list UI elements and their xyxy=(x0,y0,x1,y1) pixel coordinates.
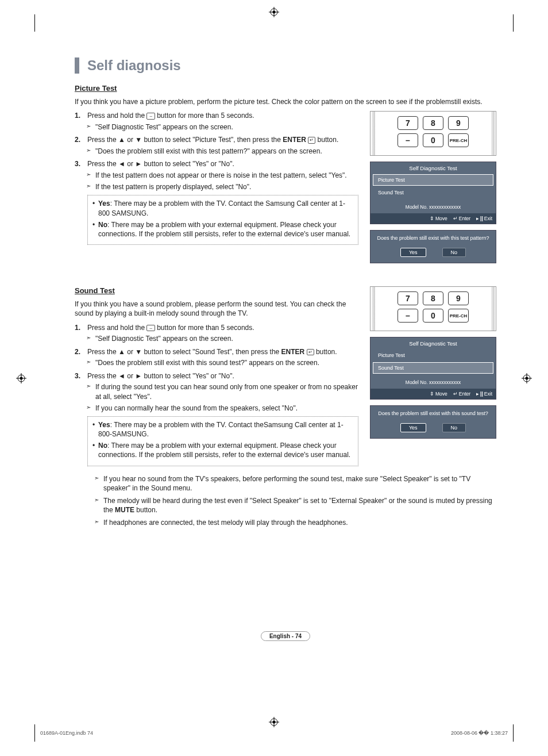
dialog-no: No xyxy=(442,248,466,257)
dialog-question: Does the problem still exist with this s… xyxy=(374,410,492,416)
remote-prech: PRE-CH xyxy=(448,309,469,323)
sound-note2: The melody will be heard during the test… xyxy=(95,496,496,515)
osd-nav: ⇕ Move ↵ Enter ▸|| Exit xyxy=(371,213,496,224)
osd-nav: ⇕ Move ↵ Enter ▸|| Exit xyxy=(371,389,496,399)
registration-mark-icon xyxy=(16,373,26,383)
yes-no-box: Yes: There may be a problem with the TV.… xyxy=(87,195,358,245)
sound-no-bullet: No: There may be a problem with your ext… xyxy=(92,441,353,459)
remote-9: 9 xyxy=(448,116,469,130)
step3-sub2: If the test pattern is properly displaye… xyxy=(87,182,358,191)
nav-enter: ↵ Enter xyxy=(453,391,470,397)
sound-yes-bullet: Yes: There may be a problem with the TV.… xyxy=(92,420,353,439)
remote-9: 9 xyxy=(448,291,469,305)
nav-exit: ▸|| Exit xyxy=(476,391,492,397)
dialog-no: No xyxy=(442,423,466,432)
step-3: 3. Press the ◄ or ► button to select "Ye… xyxy=(75,159,358,245)
remote-0: 0 xyxy=(423,133,443,147)
sound-test-heading: Sound Test xyxy=(75,286,358,295)
sound-yes-no-box: Yes: There may be a problem with the TV.… xyxy=(87,416,358,466)
dialog-yes: Yes xyxy=(400,248,426,257)
enter-label: ENTER xyxy=(283,136,306,144)
nav-move: ⇕ Move xyxy=(430,216,447,221)
page-footer: English - 74 xyxy=(75,631,496,641)
sound-step3-sub1: If during the sound test you can hear so… xyxy=(87,382,358,401)
osd-sound-test: Sound Test xyxy=(373,362,493,374)
osd-model: Model No. xxxxxxxxxxxxx xyxy=(371,199,496,213)
dialog-yes: Yes xyxy=(400,423,426,432)
remote-prech: PRE-CH xyxy=(448,133,469,147)
sound-test-section: Sound Test If you think you have a sound… xyxy=(75,286,496,527)
step2-sub: "Does the problem still exist with this … xyxy=(87,147,358,156)
dialog-sound: Does the problem still exist with this s… xyxy=(370,405,496,439)
osd-picture-test: Picture Test xyxy=(373,350,493,361)
minus-button-icon: – xyxy=(146,325,155,332)
osd-menu-sound: Self Diagnostic Test Picture Test Sound … xyxy=(370,337,496,400)
picture-test-section: Picture Test If you think you have a pic… xyxy=(75,84,496,263)
step1-text: Press and hold the xyxy=(87,112,146,120)
print-meta: 01689A-01Eng.indb 74 2008-08-06 �� 1:38:… xyxy=(40,730,508,736)
enter-label: ENTER xyxy=(281,348,305,356)
osd-menu-picture: Self Diagnostic Test Picture Test Sound … xyxy=(370,162,496,224)
sound-step-2: 2. Press the ▲ or ▼ button to select "So… xyxy=(75,347,358,368)
osd-title: Self Diagnostic Test xyxy=(371,162,496,174)
minus-button-icon: – xyxy=(146,113,155,120)
file-name: 01689A-01Eng.indb 74 xyxy=(40,730,93,736)
page-title: Self diagnosis xyxy=(75,57,496,74)
remote-keypad: 7 8 9 – 0 PRE-CH xyxy=(370,111,496,156)
osd-sound-test: Sound Test xyxy=(373,187,493,198)
sound-intro: If you think you have a sound problem, p… xyxy=(75,300,358,318)
dialog-picture: Does the problem still exist with this t… xyxy=(370,230,496,263)
sound-step3-sub2: If you can normally hear the sound from … xyxy=(87,404,358,413)
registration-mark-icon xyxy=(269,7,279,17)
remote-7: 7 xyxy=(398,116,418,130)
osd-model: Model No. xxxxxxxxxxxxx xyxy=(371,375,496,389)
sound-note3: If headphones are connected, the test me… xyxy=(95,518,496,527)
remote-8: 8 xyxy=(423,291,443,305)
registration-mark-icon xyxy=(269,717,279,727)
print-timestamp: 2008-08-06 �� 1:38:27 xyxy=(451,730,508,736)
nav-move: ⇕ Move xyxy=(430,391,447,397)
sound-step2-sub: "Does the problem still exist with this … xyxy=(87,358,358,367)
sound-note1: If you hear no sound from the TV's speak… xyxy=(95,474,496,493)
osd-picture-test: Picture Test xyxy=(373,174,493,186)
osd-title: Self Diagnostic Test xyxy=(371,337,496,350)
remote-7: 7 xyxy=(398,291,418,305)
remote-0: 0 xyxy=(423,309,443,323)
remote-8: 8 xyxy=(423,116,443,130)
sound-step1-sub: "Self Diagnostic Test" appears on the sc… xyxy=(87,334,358,343)
sound-step-1: 1. Press and hold the – button for more … xyxy=(75,323,358,344)
sound-step-3: 3. Press the ◄ or ► button to select "Ye… xyxy=(75,371,358,466)
remote-keypad-2: 7 8 9 – 0 PRE-CH xyxy=(370,286,496,331)
yes-bullet: Yes: There may be a problem with the TV.… xyxy=(92,199,353,217)
picture-intro: If you think you have a picture problem,… xyxy=(75,97,496,106)
step-1: 1. Press and hold the – button for more … xyxy=(75,111,358,132)
step3-sub1: If the test pattern does not appear or t… xyxy=(87,171,358,180)
nav-exit: ▸|| Exit xyxy=(476,216,492,221)
step1-sub: "Self Diagnostic Test" appears on the sc… xyxy=(87,122,358,132)
page-number: English - 74 xyxy=(261,631,310,641)
no-bullet: No: There may be a problem with your ext… xyxy=(92,220,353,239)
nav-enter: ↵ Enter xyxy=(453,216,470,221)
registration-mark-icon xyxy=(522,373,532,383)
remote-minus: – xyxy=(398,309,418,323)
enter-icon: ↵ xyxy=(307,349,314,356)
picture-test-heading: Picture Test xyxy=(75,84,496,93)
remote-minus: – xyxy=(398,133,418,147)
dialog-question: Does the problem still exist with this t… xyxy=(374,235,492,241)
step-2: 2. Press the ▲ or ▼ button to select "Pi… xyxy=(75,135,358,156)
enter-icon: ↵ xyxy=(308,137,315,144)
